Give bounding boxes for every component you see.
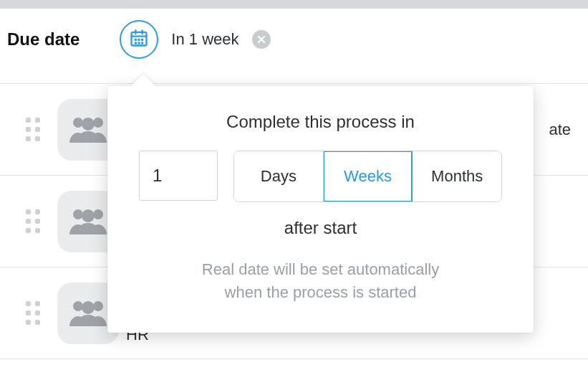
drag-handle-icon[interactable] bbox=[26, 118, 40, 141]
row-trailing-text: ate bbox=[549, 120, 571, 139]
popover-title: Complete this process in bbox=[139, 112, 502, 132]
svg-point-14 bbox=[82, 118, 95, 131]
after-start-label: after start bbox=[139, 218, 502, 238]
clear-due-date-button[interactable] bbox=[252, 30, 271, 49]
svg-point-8 bbox=[139, 42, 140, 43]
duration-value-input[interactable] bbox=[139, 151, 218, 201]
svg-point-5 bbox=[139, 39, 140, 40]
svg-point-15 bbox=[73, 209, 83, 219]
svg-point-7 bbox=[135, 42, 136, 43]
svg-point-18 bbox=[73, 301, 83, 311]
drag-handle-icon[interactable] bbox=[26, 209, 40, 233]
calendar-icon bbox=[129, 28, 149, 51]
drag-handle-icon[interactable] bbox=[26, 301, 40, 325]
popover-note: Real date will be set automatically when… bbox=[139, 258, 502, 304]
unit-option-days[interactable]: Days bbox=[234, 151, 324, 201]
svg-point-13 bbox=[93, 118, 103, 128]
svg-point-19 bbox=[93, 301, 103, 311]
due-date-popover: Complete this process in Days Weeks Mont… bbox=[107, 86, 534, 333]
svg-point-20 bbox=[82, 301, 95, 314]
people-icon bbox=[68, 298, 108, 329]
unit-segmented-control: Days Weeks Months bbox=[233, 151, 502, 202]
calendar-icon-button[interactable] bbox=[120, 20, 158, 59]
main-panel: Due date In 1 week bbox=[0, 9, 588, 370]
svg-point-16 bbox=[93, 209, 103, 219]
popover-note-line2: when the process is started bbox=[139, 281, 502, 304]
due-date-header: Due date In 1 week bbox=[0, 9, 588, 65]
svg-point-6 bbox=[142, 39, 143, 40]
due-date-label: Due date bbox=[7, 29, 79, 49]
close-icon bbox=[257, 35, 266, 44]
unit-option-weeks[interactable]: Weeks bbox=[324, 151, 413, 201]
people-icon bbox=[68, 206, 108, 237]
due-date-summary: In 1 week bbox=[171, 30, 238, 49]
unit-option-months[interactable]: Months bbox=[413, 151, 501, 201]
duration-controls: Days Weeks Months bbox=[139, 151, 502, 202]
svg-point-12 bbox=[73, 118, 83, 128]
svg-point-4 bbox=[135, 39, 136, 40]
svg-point-9 bbox=[142, 42, 143, 43]
svg-point-17 bbox=[82, 209, 95, 222]
popover-note-line1: Real date will be set automatically bbox=[139, 258, 502, 281]
people-icon bbox=[68, 114, 108, 146]
